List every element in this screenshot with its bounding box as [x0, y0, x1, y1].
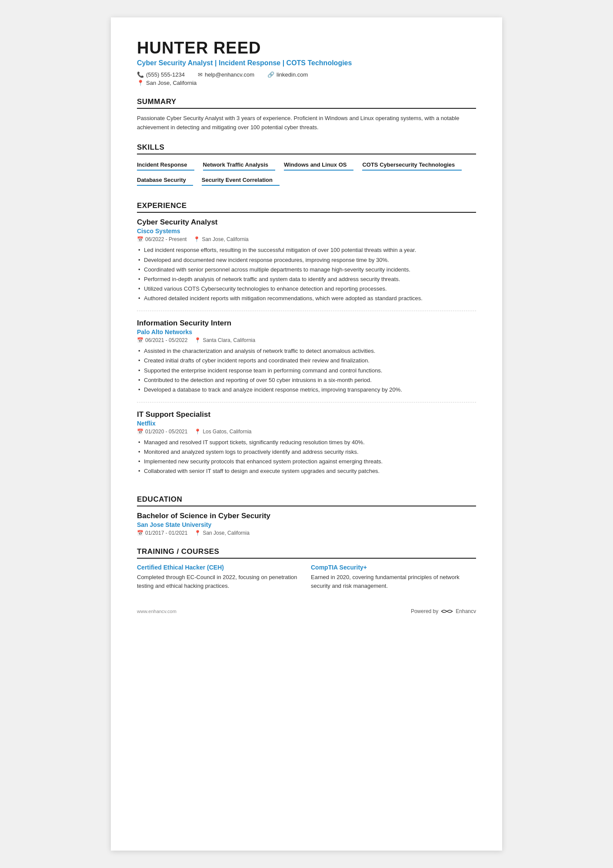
location-icon: 📍	[194, 429, 201, 435]
calendar-icon: 📅	[137, 429, 143, 435]
bullet-item: Authored detailed incident reports with …	[137, 294, 476, 303]
exp-location: 📍 Santa Clara, California	[194, 337, 255, 343]
edu-date: 📅 01/2017 - 01/2021	[137, 530, 187, 536]
location-icon: 📍	[194, 337, 201, 343]
training-desc: Completed through EC-Council in 2022, fo…	[137, 573, 302, 590]
skills-section: SKILLS Incident ResponseNetwork Traffic …	[137, 143, 476, 190]
location-icon: 📍	[193, 236, 200, 242]
bullet-item: Created initial drafts of cyber incident…	[137, 356, 476, 365]
location-contact: 📍 San Jose, California	[137, 80, 197, 86]
summary-title: SUMMARY	[137, 97, 476, 109]
exp-date: 📅 06/2022 - Present	[137, 236, 187, 242]
exp-date: 📅 06/2021 - 05/2022	[137, 337, 187, 343]
job-title: Information Security Intern	[137, 319, 476, 328]
exp-location: 📍 Los Gatos, California	[194, 429, 251, 435]
experience-section: EXPERIENCE Cyber Security Analyst Cisco …	[137, 201, 476, 483]
bullet-item: Implemented new security protocols that …	[137, 457, 476, 466]
contact-row-2: 📍 San Jose, California	[137, 80, 476, 86]
calendar-icon: 📅	[137, 530, 143, 536]
email-icon: ✉	[198, 71, 203, 78]
skill-item: Network Traffic Analysis	[203, 160, 276, 171]
enhancv-icon	[441, 608, 453, 615]
experience-container: Cyber Security Analyst Cisco Systems 📅 0…	[137, 218, 476, 483]
skill-item: Database Security	[137, 175, 193, 186]
skill-item: COTS Cybersecurity Technologies	[362, 160, 462, 171]
bullet-item: Assisted in the characterization and ana…	[137, 347, 476, 355]
calendar-icon: 📅	[137, 337, 143, 343]
bullet-item: Developed a database to track and analyz…	[137, 385, 476, 394]
footer: www.enhancv.com Powered by Enhancv	[137, 608, 476, 615]
company-name: Cisco Systems	[137, 228, 476, 235]
resume-page: HUNTER REED Cyber Security Analyst | Inc…	[111, 17, 502, 851]
degree-title: Bachelor of Science in Cyber Security	[137, 512, 476, 520]
location-value: San Jose, California	[146, 80, 197, 86]
exp-location: 📍 San Jose, California	[193, 236, 248, 242]
experience-entry: Cyber Security Analyst Cisco Systems 📅 0…	[137, 218, 476, 311]
company-name: Palo Alto Networks	[137, 328, 476, 335]
exp-meta: 📅 01/2020 - 05/2021 📍 Los Gatos, Califor…	[137, 429, 476, 435]
experience-entry: Information Security Intern Palo Alto Ne…	[137, 319, 476, 402]
link-icon: 🔗	[267, 71, 274, 78]
training-item: Certified Ethical Hacker (CEH) Completed…	[137, 564, 302, 590]
experience-title: EXPERIENCE	[137, 201, 476, 213]
job-title: IT Support Specialist	[137, 410, 476, 419]
bullet-item: Developed and documented new incident re…	[137, 256, 476, 265]
candidate-name: HUNTER REED	[137, 39, 476, 57]
powered-by-text: Powered by	[411, 608, 438, 614]
experience-entry: IT Support Specialist Netflix 📅 01/2020 …	[137, 410, 476, 484]
bullet-list: Managed and resolved IT support tickets,…	[137, 438, 476, 476]
school-name: San Jose State University	[137, 521, 476, 528]
exp-meta: 📅 06/2021 - 05/2022 📍 Santa Clara, Calif…	[137, 337, 476, 343]
edu-meta: 📅 01/2017 - 01/2021 📍 San Jose, Californ…	[137, 530, 476, 536]
bullet-item: Contributed to the detection and reporti…	[137, 376, 476, 385]
contact-row-1: 📞 (555) 555-1234 ✉ help@enhancv.com 🔗 li…	[137, 71, 476, 78]
training-desc: Earned in 2020, covering fundamental pri…	[311, 573, 476, 590]
website-value: linkedin.com	[277, 71, 308, 78]
skills-grid: Incident ResponseNetwork Traffic Analysi…	[137, 160, 476, 190]
exp-meta: 📅 06/2022 - Present 📍 San Jose, Californ…	[137, 236, 476, 242]
bullet-list: Assisted in the characterization and ana…	[137, 347, 476, 394]
bullet-item: Supported the enterprise incident respon…	[137, 366, 476, 375]
phone-value: (555) 555-1234	[146, 71, 185, 78]
phone-contact: 📞 (555) 555-1234	[137, 71, 185, 78]
bullet-item: Coordinated with senior personnel across…	[137, 265, 476, 274]
bullet-item: Utilized various COTS Cybersecurity tech…	[137, 285, 476, 293]
footer-website: www.enhancv.com	[137, 609, 177, 614]
brand-name: Enhancv	[456, 608, 476, 614]
job-title: Cyber Security Analyst	[137, 218, 476, 227]
training-title: Certified Ethical Hacker (CEH)	[137, 564, 302, 571]
education-section: EDUCATION Bachelor of Science in Cyber S…	[137, 495, 476, 536]
email-contact: ✉ help@enhancv.com	[198, 71, 254, 78]
skill-item: Windows and Linux OS	[284, 160, 353, 171]
bullet-list: Led incident response efforts, resulting…	[137, 246, 476, 303]
website-contact: 🔗 linkedin.com	[267, 71, 308, 78]
email-value: help@enhancv.com	[205, 71, 254, 78]
summary-text: Passionate Cyber Security Analyst with 3…	[137, 114, 476, 132]
company-name: Netflix	[137, 420, 476, 427]
header: HUNTER REED Cyber Security Analyst | Inc…	[137, 39, 476, 86]
training-container: Certified Ethical Hacker (CEH) Completed…	[137, 564, 476, 590]
bullet-item: Performed in-depth analysis of network t…	[137, 275, 476, 284]
training-section: TRAINING / COURSES Certified Ethical Hac…	[137, 547, 476, 590]
exp-date: 📅 01/2020 - 05/2021	[137, 429, 187, 435]
bullet-item: Managed and resolved IT support tickets,…	[137, 438, 476, 447]
training-title: TRAINING / COURSES	[137, 547, 476, 559]
calendar-icon: 📅	[137, 236, 143, 242]
location-icon: 📍	[194, 530, 201, 536]
phone-icon: 📞	[137, 71, 144, 78]
training-title: CompTIA Security+	[311, 564, 476, 571]
edu-location: 📍 San Jose, California	[194, 530, 249, 536]
bullet-item: Led incident response efforts, resulting…	[137, 246, 476, 255]
enhancv-brand: Powered by Enhancv	[411, 608, 476, 615]
skills-title: SKILLS	[137, 143, 476, 154]
education-entry: Bachelor of Science in Cyber Security Sa…	[137, 512, 476, 536]
bullet-item: Monitored and analyzed system logs to pr…	[137, 448, 476, 456]
skill-item: Incident Response	[137, 160, 194, 171]
candidate-title: Cyber Security Analyst | Incident Respon…	[137, 59, 476, 67]
skill-item: Security Event Correlation	[202, 175, 280, 186]
training-item: CompTIA Security+ Earned in 2020, coveri…	[311, 564, 476, 590]
summary-section: SUMMARY Passionate Cyber Security Analys…	[137, 97, 476, 132]
education-container: Bachelor of Science in Cyber Security Sa…	[137, 512, 476, 536]
location-icon: 📍	[137, 80, 144, 86]
bullet-item: Collaborated with senior IT staff to des…	[137, 467, 476, 476]
